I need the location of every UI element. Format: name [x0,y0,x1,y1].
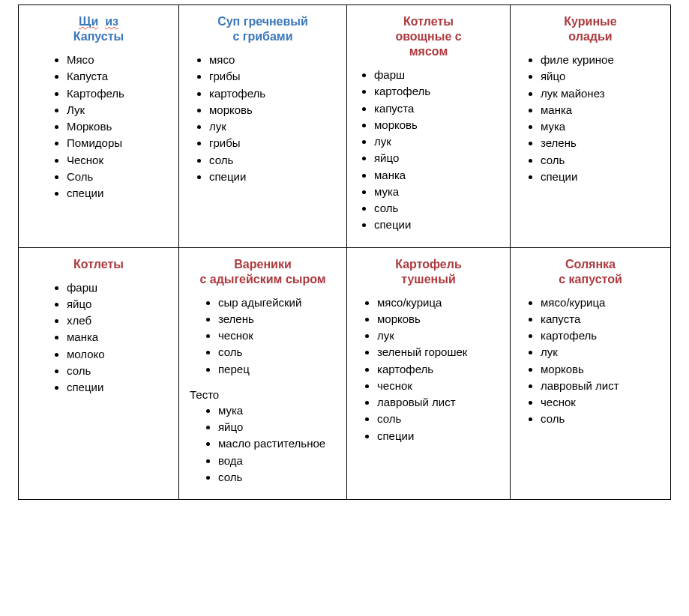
ingredient-item: Капуста [67,68,174,85]
recipe-cell: Картофель тушеный мясо/курица морковь лу… [347,247,511,500]
ingredient-list: мясо/курица морковь лук зеленый горошек … [352,295,505,444]
ingredient-item: мука [374,184,505,200]
ingredient-item: Картофель [67,85,174,102]
recipe-cell: Солянка с капустой мясо/курица капуста к… [511,247,671,500]
ingredient-item: картофель [209,85,342,102]
recipe-cell: Котлеты овощные с мясом фарш картофель к… [347,5,511,248]
ingredient-item: Чеснок [67,152,174,169]
ingredient-item: специи [541,169,666,185]
title-part: из [105,15,118,28]
recipe-cell: Куриные оладьи филе куриное яйцо лук май… [511,5,671,248]
ingredient-list: фарш яйцо хлеб манка молоко соль специи [23,280,174,396]
ingredient-item: соль [541,411,666,427]
ingredient-list: фарш картофель капуста морковь лук яйцо … [352,67,505,234]
ingredient-item: мука [218,402,342,419]
recipe-title: Котлеты [23,257,174,272]
recipe-cell: Вареники с адыгейским сыром сыр адыгейск… [179,247,347,500]
title-part: мясом [409,45,448,58]
ingredient-item: морковь [374,117,505,133]
ingredient-item: мясо/курица [377,295,505,311]
ingredient-list: сыр адыгейский зелень чеснок соль перец [184,295,342,378]
ingredient-item: специи [67,379,174,396]
ingredient-list: мясо/курица капуста картофель лук морков… [515,295,666,428]
recipe-title: Щи из Капусты [23,14,174,44]
sub-heading: Тесто [190,388,342,401]
ingredient-item: яйцо [374,150,505,166]
title-part: Щи [79,15,98,28]
ingredient-item: молоко [67,346,174,363]
ingredient-list: мясо грибы картофель морковь лук грибы с… [184,52,342,185]
ingredient-item: мука [541,118,666,135]
ingredient-item: Мясо [67,52,174,68]
ingredient-item: соль [218,469,342,486]
ingredient-item: вода [218,453,342,469]
title-part: Вареники [234,258,291,271]
ingredient-item: яйцо [218,419,342,435]
ingredient-list: филе куриное яйцо лук майонез манка мука… [515,52,666,185]
ingredient-item: Помидоры [67,135,174,151]
ingredient-item: яйцо [541,68,666,85]
recipes-table: Щи из Капусты Мясо Капуста Картофель Лук… [18,4,671,500]
recipe-title: Куриные оладьи [515,14,666,44]
ingredient-item: морковь [377,311,505,327]
recipe-title: Котлеты овощные с мясом [352,14,505,59]
ingredient-item: лук [374,133,505,150]
ingredient-item: специи [209,169,342,185]
title-part: Капусты [73,30,124,43]
title-part: овощные с [395,30,461,43]
recipe-cell: Котлеты фарш яйцо хлеб манка молоко соль… [19,247,179,500]
title-part: Картофель [395,258,462,271]
ingredient-item: фарш [374,67,505,83]
ingredient-item: перец [218,361,342,378]
ingredient-item: манка [67,329,174,345]
ingredient-item: капуста [374,100,505,117]
ingredient-item: соль [218,344,342,360]
recipe-cell: Суп гречневый с грибами мясо грибы карто… [179,5,347,248]
ingredient-item: лавровый лист [541,378,666,394]
ingredient-item: зелень [218,311,342,327]
ingredient-item: соль [377,411,505,427]
ingredient-item: картофель [377,361,505,378]
title-part: Куриные [564,15,616,28]
title-part: с адыгейским сыром [199,273,325,286]
ingredient-item: чеснок [541,394,666,411]
ingredient-item: чеснок [377,378,505,394]
ingredient-item: зелень [541,135,666,151]
ingredient-item: лук майонез [541,85,666,102]
ingredient-item: грибы [209,135,342,151]
ingredient-list: мука яйцо масло растительное вода соль [184,402,342,486]
title-part: Котлеты [73,258,124,271]
title-part: с грибами [232,30,292,43]
ingredient-item: мясо [209,52,342,68]
ingredient-item: мясо/курица [541,295,666,311]
ingredient-item: зеленый горошек [377,344,505,360]
ingredient-item: специи [374,217,505,233]
ingredient-item: чеснок [218,327,342,344]
recipe-title: Картофель тушеный [352,257,505,287]
ingredient-list: Мясо Капуста Картофель Лук Морковь Помид… [23,52,174,202]
recipe-cell: Щи из Капусты Мясо Капуста Картофель Лук… [19,5,179,248]
ingredient-item: лук [541,344,666,360]
ingredient-item: Лук [67,102,174,118]
ingredient-item: фарш [67,280,174,296]
ingredient-item: грибы [209,68,342,85]
ingredient-item: специи [67,185,174,202]
ingredient-item: специи [377,428,505,444]
ingredient-item: хлеб [67,312,174,329]
ingredient-item: лавровый лист [377,394,505,411]
ingredient-item: масло растительное [218,435,342,452]
ingredient-item: филе куриное [541,52,666,68]
ingredient-item: соль [541,152,666,169]
ingredient-item: картофель [374,83,505,100]
ingredient-item: соль [209,152,342,169]
ingredient-item: соль [67,363,174,379]
ingredient-item: морковь [209,102,342,118]
recipe-title: Вареники с адыгейским сыром [184,257,342,287]
ingredient-item: морковь [541,361,666,378]
title-part: оладьи [568,30,612,43]
ingredient-item: Морковь [67,118,174,135]
ingredient-item: лук [209,118,342,135]
title-part: Котлеты [403,15,454,28]
ingredient-item: Соль [67,169,174,185]
title-part: тушеный [401,273,456,286]
